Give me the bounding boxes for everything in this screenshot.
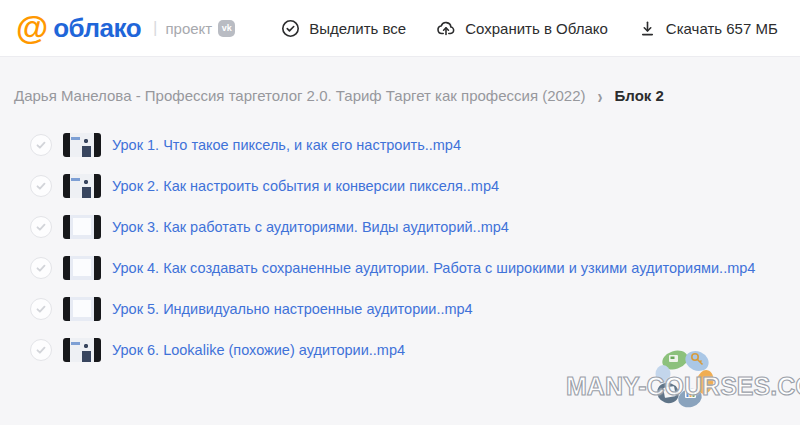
watermark-text: MANY-COURSES.COM — [566, 372, 796, 401]
thumbnail-preview — [70, 256, 94, 280]
select-file-checkbox[interactable] — [30, 339, 52, 361]
file-row[interactable]: Урок 4. Как создавать сохраненные аудито… — [0, 247, 800, 288]
select-all-label: Выделить все — [309, 20, 406, 37]
brand-name: облако — [53, 13, 141, 44]
video-thumbnail[interactable] — [63, 338, 101, 362]
file-row[interactable]: Урок 6. Lookalike (похожие) аудитории..m… — [0, 329, 800, 370]
select-file-checkbox[interactable] — [30, 175, 52, 197]
cloud-logo[interactable]: @ облако | проект vk — [16, 13, 235, 44]
file-link[interactable]: Урок 5. Индивидуально настроенные аудито… — [112, 301, 473, 317]
toolbar: Выделить все Сохранить в Облако Скач — [281, 18, 778, 38]
save-to-cloud-button[interactable]: Сохранить в Облако — [436, 18, 608, 38]
video-thumbnail[interactable] — [63, 133, 101, 157]
thumbnail-preview — [70, 338, 94, 362]
file-row[interactable]: Урок 1. Что такое пиксель, и как его нас… — [0, 124, 800, 165]
video-thumbnail[interactable] — [63, 256, 101, 280]
file-link[interactable]: Урок 3. Как работать с аудиториями. Виды… — [112, 219, 509, 235]
file-row[interactable]: Урок 2. Как настроить события и конверси… — [0, 165, 800, 206]
breadcrumb: Дарья Манелова - Профессия таргетолог 2.… — [0, 57, 800, 114]
file-link[interactable]: Урок 4. Как создавать сохраненные аудито… — [112, 260, 755, 276]
file-link[interactable]: Урок 1. Что такое пиксель, и как его нас… — [112, 137, 461, 153]
video-thumbnail[interactable] — [63, 297, 101, 321]
vk-icon: vk — [218, 20, 235, 37]
file-row[interactable]: Урок 3. Как работать с аудиториями. Виды… — [0, 206, 800, 247]
thumbnail-preview — [70, 174, 94, 198]
cloud-upload-icon — [436, 18, 456, 38]
thumbnail-preview — [70, 297, 94, 321]
select-file-checkbox[interactable] — [30, 298, 52, 320]
breadcrumb-parent-folder[interactable]: Дарья Манелова - Профессия таргетолог 2.… — [14, 87, 586, 104]
select-file-checkbox[interactable] — [30, 257, 52, 279]
save-to-cloud-label: Сохранить в Облако — [465, 20, 608, 37]
download-label: Скачать 657 МБ — [666, 20, 778, 37]
file-list: Урок 1. Что такое пиксель, и как его нас… — [0, 124, 800, 370]
header: @ облако | проект vk Выделить все — [0, 0, 800, 57]
file-row[interactable]: Урок 5. Индивидуально настроенные аудито… — [0, 288, 800, 329]
breadcrumb-current-folder: Блок 2 — [615, 87, 664, 104]
chevron-right-icon: › — [598, 84, 603, 106]
download-icon — [638, 19, 657, 38]
file-link[interactable]: Урок 6. Lookalike (похожие) аудитории..m… — [112, 342, 405, 358]
video-thumbnail[interactable] — [63, 215, 101, 239]
main-content: Дарья Манелова - Профессия таргетолог 2.… — [0, 57, 800, 370]
file-link[interactable]: Урок 2. Как настроить события и конверси… — [112, 178, 499, 194]
mailru-at-icon: @ — [16, 11, 48, 44]
thumbnail-preview — [70, 133, 94, 157]
check-circle-icon — [281, 19, 300, 38]
logo-divider: | — [153, 18, 157, 38]
select-file-checkbox[interactable] — [30, 216, 52, 238]
select-file-checkbox[interactable] — [30, 134, 52, 156]
thumbnail-preview — [70, 215, 94, 239]
download-button[interactable]: Скачать 657 МБ — [638, 19, 778, 38]
select-all-button[interactable]: Выделить все — [281, 19, 406, 38]
project-label: проект — [165, 20, 212, 37]
video-thumbnail[interactable] — [63, 174, 101, 198]
